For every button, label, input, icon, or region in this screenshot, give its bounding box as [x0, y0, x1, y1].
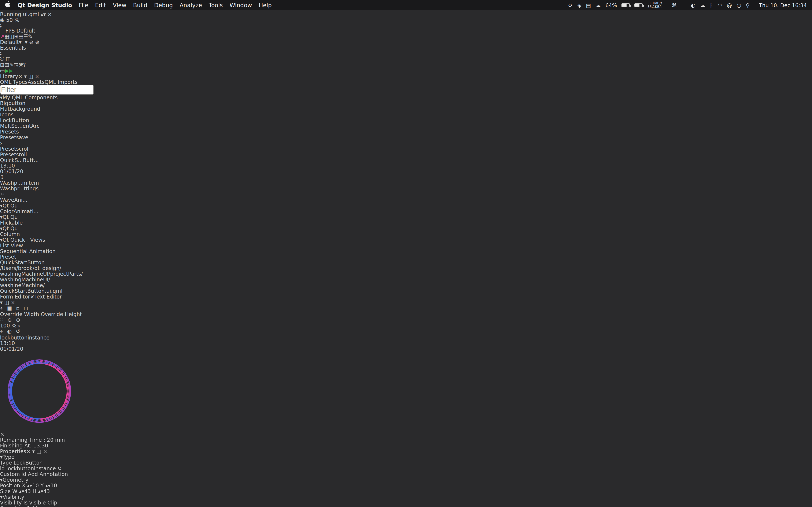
share-icon[interactable]: ⎋ [0, 56, 4, 61]
library-split-icon[interactable]: ◫ [28, 73, 33, 79]
component-clock-preview[interactable]: 13:1001/01/20 [0, 163, 812, 174]
zoom-in-icon[interactable]: ⊕ [35, 39, 40, 45]
battery-percent[interactable]: 64% [605, 2, 617, 8]
debug-run-button[interactable]: ▶ [9, 68, 13, 73]
document-stepper[interactable]: ▴▾ [41, 11, 46, 17]
selection-tool-icon[interactable]: ⌖ [0, 305, 3, 312]
visibility-section-header[interactable]: ▾Visibility [0, 494, 812, 500]
library-tab-qml-types[interactable]: QML Types [0, 79, 28, 85]
component-icons[interactable]: Icons [0, 112, 812, 117]
style-selector[interactable]: Default▾ [0, 39, 21, 45]
library-tab-assets[interactable]: Assets [28, 79, 45, 85]
window-icon-2[interactable] [635, 3, 643, 7]
my-qml-components-header[interactable]: ▾My QML Components [0, 95, 812, 100]
window-icon-1[interactable] [621, 3, 630, 7]
open-document-selector[interactable]: Running.ui.qml ▴▾ × [0, 11, 812, 17]
workspace-selector[interactable]: Essentials ▴▾ [0, 45, 812, 56]
library-close-icon[interactable]: × [35, 73, 39, 79]
grid-icon[interactable]: ▦ [4, 34, 9, 39]
zoom-selector[interactable]: 50 % ▴▾ [0, 17, 812, 28]
bluetooth-icon[interactable]: ᛒ [710, 2, 713, 8]
component-presetsave[interactable]: Presetsave [0, 134, 812, 140]
zoom-out-icon[interactable]: ⊖ [7, 317, 12, 323]
3d-mode-icon[interactable]: ◳ [13, 62, 18, 68]
component-column[interactable]: Column [0, 231, 812, 237]
form-editor-close-icon[interactable]: × [11, 299, 15, 305]
component-quicks-butt-[interactable]: QuickS...Butt... [0, 157, 812, 163]
library-section-header[interactable]: ▾Qt Quick - Views [0, 237, 812, 243]
welcome-mode-icon[interactable]: ⊞ [0, 62, 4, 68]
keyboard-icon[interactable]: ⌘ [672, 2, 677, 8]
item-select-icon[interactable]: ▫ [16, 305, 20, 312]
wifi-icon[interactable]: ◠ [718, 2, 722, 8]
add-annotation-button[interactable]: Add Annotation [28, 471, 68, 477]
library-filter-input[interactable] [0, 85, 94, 95]
properties-close-icon[interactable]: × [43, 448, 47, 454]
menu-file[interactable]: File [79, 2, 88, 9]
list-icon[interactable]: ▤ [18, 34, 23, 39]
menu-debug[interactable]: Debug [154, 2, 173, 9]
height-spinbox[interactable]: ▴▾43 [38, 489, 50, 494]
library-section-header[interactable]: ▾Qt Qu [0, 203, 812, 209]
properties-menu-icon[interactable]: ▾ [32, 448, 35, 454]
run-button[interactable]: ▶ [5, 68, 9, 73]
component-flatbackground[interactable]: Flatbackground [0, 106, 812, 112]
menu-view[interactable]: View [113, 2, 126, 9]
reset-view-icon[interactable]: ↺ [16, 329, 20, 335]
close-document-icon[interactable]: × [48, 11, 52, 17]
bounds-icon[interactable]: ◻ [24, 305, 28, 312]
menu-tools[interactable]: Tools [209, 2, 223, 9]
geometry-section-header[interactable]: ▾Geometry [0, 477, 812, 483]
fps-value-selector[interactable]: Default [16, 28, 36, 34]
close-form-editor-tab-icon[interactable]: × [30, 294, 35, 299]
cancel-button[interactable]: × [0, 431, 812, 437]
library-section-header[interactable]: ▾Qt Qu [0, 214, 812, 220]
library-tab-qml-imports[interactable]: QML Imports [45, 79, 78, 85]
kit-selector-icon[interactable]: ▭ [0, 68, 5, 73]
component-waveani-[interactable]: ≈WaveAni... [0, 191, 812, 203]
library-tab[interactable]: Library× [0, 73, 22, 79]
component-presetscroll[interactable]: ›Presetscroll [0, 140, 812, 152]
component-multse-entarc[interactable]: MultSe...entArc [0, 123, 812, 129]
sequential-animation-cell[interactable]: Sequential Animation [0, 248, 812, 254]
override-width-field[interactable]: Override Width [0, 312, 39, 317]
edit-annotation-icon[interactable]: ✎ [28, 34, 33, 39]
design-mode-icon[interactable]: ✎ [9, 62, 14, 68]
zoom-out-icon[interactable]: ⊖ [29, 39, 34, 45]
display-icon[interactable]: ▤ [586, 2, 591, 8]
component-bigbutton[interactable]: Bigbutton [0, 100, 812, 106]
close-library-icon[interactable]: × [18, 73, 22, 79]
component-list-view[interactable]: List View [0, 243, 812, 248]
canvas-zoom-dropdown[interactable]: ▾ [18, 325, 20, 329]
x-spinbox[interactable]: ▴▾10 [27, 483, 39, 489]
rows-icon[interactable]: ☰ [23, 34, 28, 39]
component-flickable[interactable]: Flickable [0, 220, 812, 226]
sidebar-toggle-icon[interactable]: ◫ [6, 56, 11, 61]
close-properties-icon[interactable]: × [26, 448, 31, 454]
tools-icon[interactable]: ⚒ [18, 62, 23, 68]
type-input[interactable]: LockButton [13, 460, 43, 466]
dots-icon[interactable]: ∷ [0, 317, 3, 323]
zoom-in-icon[interactable]: ⊕ [16, 317, 20, 323]
component-washp-mitem[interactable]: ↧Washp...mitem [0, 174, 812, 186]
contrast-icon[interactable]: ◐ [691, 2, 695, 8]
component-presets[interactable]: Presets [0, 129, 812, 134]
shield-icon[interactable]: ◈ [577, 2, 581, 8]
component-presetsroll[interactable]: Presetsroll [0, 152, 812, 157]
clock-icon[interactable]: ◷ [737, 2, 741, 8]
form-editor-menu-icon[interactable]: ▾ [0, 299, 3, 305]
cloud-icon[interactable]: ☁ [596, 2, 601, 8]
opacity-spinbox[interactable]: ▴▾1,00 [21, 506, 38, 507]
fit-screen-icon[interactable]: ⌖ [0, 329, 3, 335]
component-coloranimati-[interactable]: ColorAnimati... [0, 209, 812, 214]
spotlight-search-icon[interactable]: ⚲ [746, 2, 750, 8]
id-input[interactable]: lockbuttoninstance [6, 466, 56, 471]
properties-split-icon[interactable]: ◫ [36, 448, 41, 454]
reset-id-icon[interactable]: ↺ [57, 466, 62, 471]
rect-select-icon[interactable]: ▣ [7, 305, 12, 312]
component-washpr-ttings[interactable]: Washpr...ttings [0, 186, 812, 191]
type-section-header[interactable]: ▾Type [0, 454, 812, 460]
cloud-icon-2[interactable]: ☁ [700, 2, 705, 8]
columns-icon[interactable]: ◫ [9, 34, 14, 39]
tab-text-editor[interactable]: Text Editor [35, 294, 62, 299]
